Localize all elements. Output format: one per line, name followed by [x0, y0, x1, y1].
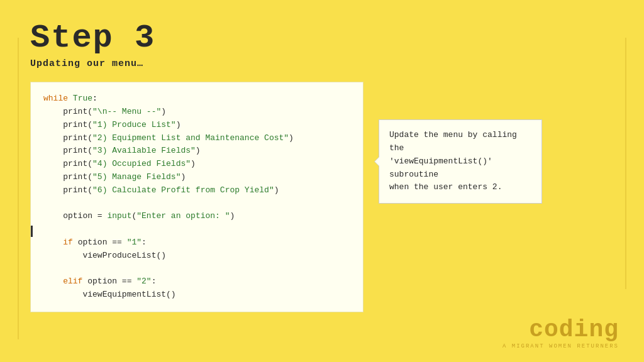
callout-text: Update the menu by calling the'viewEquip… — [389, 130, 517, 192]
content-area: while True: print("\n-- Menu --") print(… — [30, 82, 614, 312]
brand-sub-label: A MIGRANT WOMEN RETURNERS — [502, 343, 619, 349]
code-line-8: print("6) Calculate Profit from Crop Yie… — [43, 184, 350, 197]
code-line-16: viewEquipmentList() — [43, 288, 350, 302]
code-line-4: print("2) Equipment List and Maintenance… — [43, 132, 350, 145]
main-container: Step 3 Updating our menu… while True: pr… — [0, 0, 644, 362]
code-line-2: print("\n-- Menu --") — [43, 106, 350, 119]
code-line-5: print("3) Available Fields") — [43, 145, 350, 158]
callout-box: Update the menu by calling the'viewEquip… — [379, 119, 542, 204]
code-line-11 — [43, 223, 350, 236]
code-line-7: print("5) Manage Fields") — [43, 171, 350, 184]
code-line-1: while True: — [43, 92, 350, 106]
code-line-15: elif option == "2": — [43, 275, 350, 288]
code-line-9 — [43, 197, 350, 211]
code-line-12: if option == "1": — [43, 236, 350, 250]
code-line-13: viewProduceList() — [43, 250, 350, 263]
cursor — [31, 226, 33, 237]
brand-coding-label: coding — [502, 316, 619, 343]
step-subtitle: Updating our menu… — [30, 58, 614, 69]
code-line-3: print("1) Produce List") — [43, 119, 350, 132]
decorative-line-right — [625, 38, 626, 289]
decorative-line-left — [18, 38, 19, 339]
step-title: Step 3 — [30, 20, 614, 56]
brand-area: coding A MIGRANT WOMEN RETURNERS — [502, 316, 619, 349]
code-block: while True: print("\n-- Menu --") print(… — [30, 82, 364, 312]
code-line-10: option = input("Enter an option: ") — [43, 210, 350, 223]
code-line-6: print("4) Occupied Fields") — [43, 158, 350, 171]
code-line-14 — [43, 263, 350, 276]
